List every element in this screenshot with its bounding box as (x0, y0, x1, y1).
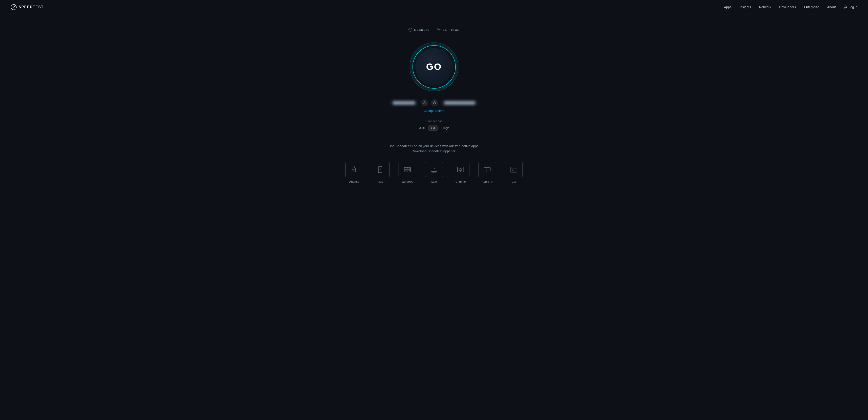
isp-name: ██████████ (390, 100, 418, 106)
ios-icon-box: iOS (372, 162, 390, 177)
cli-app[interactable]: CLI (505, 162, 523, 184)
svg-rect-23 (405, 170, 407, 171)
windows-app[interactable]: Windows (399, 162, 416, 184)
connections-toggle: Multi Single (418, 125, 450, 131)
go-circle: GO (415, 48, 453, 86)
app-promo-line1: Use Speedtest® on all your devices with … (389, 144, 479, 148)
app-promo-line2: Download Speedtest apps for: (412, 149, 456, 153)
svg-point-3 (409, 28, 412, 31)
main-content: RESULTS SETTINGS GO ██████████ (0, 15, 868, 197)
appletv-app[interactable]: TV AppleTV (478, 162, 496, 184)
results-button[interactable]: RESULTS (408, 28, 430, 32)
logo-text: SPEEDTEST (19, 5, 44, 9)
multi-option: Multi (418, 126, 425, 130)
server-info: ██████████ ██████████████ Change Server (390, 99, 478, 113)
nav-about[interactable]: About (827, 5, 836, 9)
mac-label: Mac (431, 180, 437, 184)
chrome-label: Chrome (456, 180, 466, 184)
login-label: Log In (849, 5, 857, 9)
speedtest-logo-icon (11, 4, 17, 10)
svg-rect-28 (458, 167, 464, 172)
android-icon-box: APK (345, 162, 363, 177)
go-button[interactable]: GO (410, 43, 458, 91)
svg-rect-21 (405, 168, 407, 169)
app-section: Use Speedtest® on all your devices with … (345, 144, 523, 197)
toolbar: RESULTS SETTINGS (408, 28, 460, 32)
nav-network[interactable]: Network (759, 5, 771, 9)
nav-apps[interactable]: Apps (724, 5, 732, 9)
appletv-icon: TV (483, 166, 491, 174)
svg-text:TV: TV (486, 169, 487, 170)
ios-icon: iOS (377, 166, 385, 174)
chrome-icon (457, 166, 465, 174)
android-app[interactable]: APK Android (345, 162, 363, 184)
server-name: ██████████████ (441, 100, 478, 106)
single-option: Single (441, 126, 450, 130)
connections-label: Connections (425, 120, 443, 123)
android-icon: APK (350, 166, 358, 174)
svg-text:APK: APK (352, 170, 354, 172)
user-icon (844, 5, 847, 9)
svg-point-31 (460, 170, 461, 171)
gear-icon (437, 28, 441, 32)
svg-rect-39 (511, 167, 517, 172)
ios-label: iOS (378, 180, 383, 184)
settings-label: SETTINGS (443, 28, 460, 31)
settings-button[interactable]: SETTINGS (437, 28, 460, 32)
svg-rect-24 (408, 170, 410, 171)
android-label: Android (349, 180, 359, 184)
appletv-label: AppleTV (482, 180, 493, 184)
results-label: RESULTS (414, 28, 430, 31)
windows-icon (403, 166, 411, 174)
mac-app[interactable]: Mac (425, 162, 443, 184)
svg-point-12 (352, 169, 353, 170)
nav-insights[interactable]: Insights (739, 5, 751, 9)
login-button[interactable]: Log In (844, 5, 857, 9)
app-icons-row: APK Android iOS iOS (345, 162, 523, 184)
toggle-switch[interactable] (428, 125, 438, 131)
toggle-dots-icon (431, 127, 435, 129)
cli-icon (510, 166, 518, 174)
svg-point-1 (13, 7, 14, 7)
person-icon (421, 99, 428, 106)
svg-point-2 (845, 6, 846, 7)
chrome-app[interactable]: Chrome (452, 162, 469, 184)
windows-icon-box (399, 162, 416, 177)
nav-links: Apps Insights Network Developers Enterpr… (724, 5, 857, 9)
svg-point-13 (354, 169, 354, 170)
svg-point-5 (424, 102, 425, 103)
svg-rect-22 (408, 168, 410, 169)
ios-app[interactable]: iOS iOS (372, 162, 390, 184)
svg-rect-25 (431, 167, 437, 171)
windows-label: Windows (402, 180, 413, 184)
svg-rect-33 (484, 167, 490, 171)
server-row: ██████████ ██████████████ (390, 99, 478, 106)
results-icon (408, 28, 412, 32)
nav-enterprise[interactable]: Enterprise (804, 5, 819, 9)
svg-point-4 (438, 29, 439, 30)
navbar: SPEEDTEST Apps Insights Network Develope… (0, 0, 868, 15)
mac-icon-box (425, 162, 443, 177)
appletv-icon-box: TV (478, 162, 496, 177)
mac-icon (430, 166, 438, 174)
connections-section: Connections Multi Single (418, 120, 450, 131)
go-text: GO (426, 61, 442, 72)
globe-icon (431, 99, 438, 106)
cli-icon-box (505, 162, 523, 177)
change-server-link[interactable]: Change Server (424, 109, 444, 113)
logo[interactable]: SPEEDTEST (11, 4, 44, 10)
chrome-icon-box (452, 162, 469, 177)
cli-label: CLI (512, 180, 516, 184)
nav-developers[interactable]: Developers (779, 5, 796, 9)
svg-text:iOS: iOS (379, 169, 381, 170)
